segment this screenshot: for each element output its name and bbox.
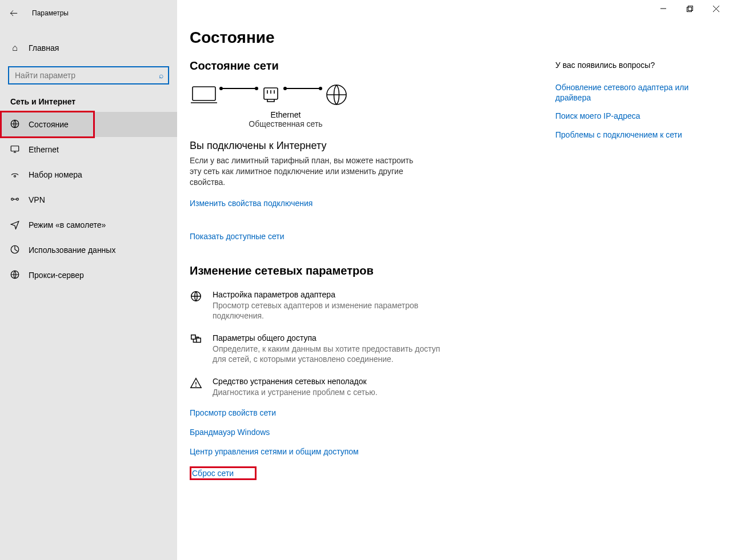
setting-adapter-options[interactable]: Настройка параметров адаптера Просмотр с…: [190, 290, 555, 321]
sidebar-item-proxy[interactable]: Прокси-сервер: [0, 263, 177, 288]
help-link-update-adapter[interactable]: Обновление сетевого адаптера или драйвер…: [555, 82, 692, 103]
help-column: У вас появились вопросы? Обновление сете…: [555, 29, 692, 480]
globe-icon: [190, 290, 205, 321]
maximize-button[interactable]: [676, 0, 703, 17]
proxy-icon: [9, 269, 21, 281]
sidebar-item-label: Использование данных: [29, 245, 115, 255]
link-change-properties[interactable]: Изменить свойства подключения: [190, 199, 313, 208]
setting-title: Средство устранения сетевых неполадок: [213, 377, 378, 386]
globe-icon: [9, 119, 21, 131]
sidebar-item-label: Набор номера: [29, 170, 82, 179]
home-icon: ⌂: [9, 43, 21, 53]
sidebar-item-label: VPN: [29, 195, 45, 204]
category-title: Сеть и Интернет: [0, 89, 177, 112]
titlebar-left: 🡠 Параметры: [0, 3, 177, 23]
link-network-properties[interactable]: Просмотр свойств сети: [190, 408, 555, 417]
help-link-connection-problems[interactable]: Проблемы с подключением к сети: [555, 130, 692, 140]
setting-title: Настройка параметров адаптера: [213, 290, 452, 299]
app-title: Параметры: [32, 9, 69, 17]
diagram-caption-block: Ethernet Общественная сеть: [246, 110, 326, 128]
sidebar-item-label: Ethernet: [29, 145, 59, 154]
search-wrap: ⌕: [0, 61, 177, 89]
link-network-reset[interactable]: Сброс сети: [192, 469, 234, 478]
svg-rect-7: [687, 7, 691, 11]
svg-rect-1: [11, 146, 19, 151]
svg-point-4: [17, 198, 19, 200]
connection-line: [286, 88, 320, 89]
setting-title: Параметры общего доступа: [213, 333, 452, 343]
content: Состояние Состояние сети Ethernet Общест…: [177, 0, 729, 560]
sidebar-item-label: Режим «в самолете»: [29, 220, 106, 229]
back-icon[interactable]: 🡠: [8, 9, 19, 18]
search-input[interactable]: [8, 66, 169, 84]
home-nav[interactable]: ⌂ Главная: [0, 35, 177, 61]
sidebar-item-label: Состояние: [29, 120, 69, 129]
sidebar-item-status[interactable]: Состояние: [0, 112, 177, 137]
monitor-icon: [9, 144, 21, 156]
connected-title: Вы подключены к Интернету: [190, 140, 555, 152]
link-sharing-center[interactable]: Центр управления сетями и общим доступом: [190, 447, 555, 456]
page-title: Состояние: [190, 29, 555, 47]
network-diagram: [191, 83, 555, 107]
setting-description: Просмотр сетевых адаптеров и изменение п…: [213, 300, 452, 321]
device-icon: [191, 84, 217, 105]
minimize-button[interactable]: [650, 0, 676, 17]
sidebar-item-airplane[interactable]: Режим «в самолете»: [0, 212, 177, 237]
change-settings-heading: Изменение сетевых параметров: [190, 264, 555, 277]
close-button[interactable]: [703, 0, 729, 17]
sidebar: 🡠 Параметры ⌂ Главная ⌕ Сеть и Интернет …: [0, 0, 177, 560]
ethernet-subcaption: Общественная сеть: [246, 119, 326, 128]
help-link-find-ip[interactable]: Поиск моего IP-адреса: [555, 111, 692, 121]
sidebar-item-datausage[interactable]: Использование данных: [0, 237, 177, 263]
link-firewall[interactable]: Брандмауэр Windows: [190, 428, 555, 437]
airplane-icon: [9, 219, 21, 231]
bottom-links: Просмотр свойств сети Брандмауэр Windows…: [190, 408, 555, 480]
sharing-icon: [190, 333, 205, 364]
svg-point-3: [11, 198, 14, 200]
connection-line: [222, 88, 256, 89]
sidebar-item-dialup[interactable]: Набор номера: [0, 162, 177, 187]
setting-troubleshooter[interactable]: Средство устранения сетевых неполадок Ди…: [190, 377, 555, 397]
status-heading: Состояние сети: [190, 59, 555, 72]
setting-sharing-options[interactable]: Параметры общего доступа Определите, к к…: [190, 333, 555, 364]
home-label: Главная: [29, 43, 59, 53]
svg-rect-13: [191, 335, 195, 339]
svg-rect-14: [197, 338, 201, 342]
svg-rect-8: [688, 6, 692, 10]
vpn-icon: [9, 194, 21, 206]
data-usage-icon: [9, 244, 21, 256]
sidebar-item-vpn[interactable]: VPN: [0, 187, 177, 212]
svg-point-15: [195, 386, 197, 387]
setting-description: Определите, к каким данным вы хотите пре…: [213, 344, 452, 364]
ethernet-node: [261, 84, 281, 105]
warning-icon: [190, 377, 205, 397]
main-column: Состояние Состояние сети Ethernet Общест…: [190, 29, 555, 480]
svg-point-2: [14, 175, 16, 177]
link-show-networks[interactable]: Показать доступные сети: [190, 232, 285, 241]
sidebar-item-label: Прокси-сервер: [29, 271, 84, 280]
svg-rect-9: [193, 87, 215, 100]
ethernet-caption: Ethernet: [246, 110, 326, 119]
internet-icon: [325, 83, 349, 107]
sidebar-item-ethernet[interactable]: Ethernet: [0, 137, 177, 162]
connected-description: Если у вас лимитный тарифный план, вы мо…: [190, 155, 418, 188]
highlight-reset: Сброс сети: [190, 466, 257, 480]
setting-description: Диагностика и устранение проблем с сетью…: [213, 387, 378, 397]
dialup-icon: [9, 169, 21, 181]
window-controls: [650, 0, 729, 17]
help-heading: У вас появились вопросы?: [555, 61, 692, 70]
